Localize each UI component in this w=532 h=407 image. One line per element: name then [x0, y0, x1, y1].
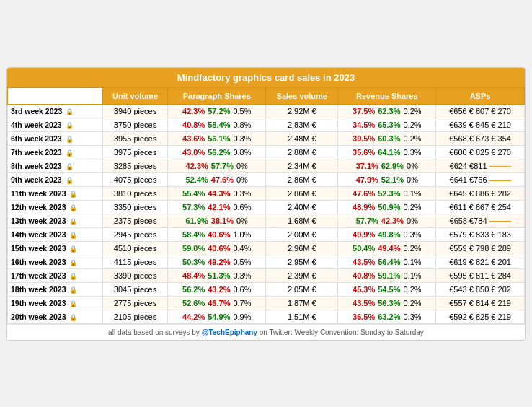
week-cell: 15th week 2023 🔒 — [8, 241, 103, 255]
sales-volume-cell: 2.96M € — [266, 241, 338, 255]
revenue-shares-cell: 57.7%42.3%0% — [338, 214, 436, 227]
sales-volume-cell: 1.68M € — [266, 214, 338, 227]
table-row: 15th week 2023 🔒4510 pieces59.0%40.6%0.4… — [8, 241, 525, 255]
unit-volume-cell: 4115 pieces — [102, 255, 168, 268]
col-header-sales: Sales volume — [266, 87, 338, 104]
revenue-shares-cell: 49.9%49.8%0.3% — [338, 227, 436, 241]
para-shares-cell: 56.2%43.2%0.6% — [168, 282, 266, 296]
asps-cell: €641 €766 — [436, 172, 525, 186]
revenue-shares-cell: 37.5%62.3%0.2% — [338, 104, 436, 118]
week-cell: 4th week 2023 🔒 — [8, 118, 103, 131]
unit-volume-cell: 3810 pieces — [102, 186, 168, 200]
unit-volume-cell: 3285 pieces — [102, 159, 168, 172]
para-shares-cell: 57.3%42.1%0.6% — [168, 200, 266, 214]
week-cell: 13th week 2023 🔒 — [8, 214, 103, 227]
unit-volume-cell: 3350 pieces — [102, 200, 168, 214]
footer: all data based on surveys by @TechEpipha… — [7, 324, 525, 340]
sales-volume-cell: 2.40M € — [266, 200, 338, 214]
asps-cell: €645 € 886 € 282 — [436, 186, 525, 200]
sales-volume-cell: 2.00M € — [266, 227, 338, 241]
unit-volume-cell: 4075 pieces — [102, 172, 168, 186]
header-row: Unit volume Paragraph Shares Sales volum… — [8, 87, 525, 104]
week-cell: 9th week 2023 🔒 — [8, 172, 103, 186]
asps-cell: €639 € 845 € 210 — [436, 118, 525, 131]
para-shares-cell: 42.3%57.7%0% — [168, 159, 266, 172]
revenue-shares-cell: 39.5%60.3%0.2% — [338, 131, 436, 145]
revenue-shares-cell: 43.5%56.3%0.2% — [338, 296, 436, 310]
revenue-shares-cell: 36.5%63.2%0.3% — [338, 310, 436, 323]
revenue-shares-cell: 40.8%59.1%0.1% — [338, 268, 436, 282]
asps-cell: €559 € 798 € 289 — [436, 241, 525, 255]
table-row: 9th week 2023 🔒4075 pieces52.4%47.6%0%2.… — [8, 172, 525, 186]
revenue-shares-cell: 34.5%65.3%0.2% — [338, 118, 436, 131]
table-row: 6th week 2023 🔒3955 pieces43.6%56.1%0.3%… — [8, 131, 525, 145]
para-shares-cell: 61.9%38.1%0% — [168, 214, 266, 227]
para-shares-cell: 40.8%58.4%0.8% — [168, 118, 266, 131]
asps-cell: €658 €784 — [436, 214, 525, 227]
sales-volume-cell: 2.88M € — [266, 145, 338, 159]
revenue-shares-cell: 43.5%56.4%0.1% — [338, 255, 436, 268]
sales-volume-cell: 2.83M € — [266, 118, 338, 131]
table-row: 12th week 2023 🔒3350 pieces57.3%42.1%0.6… — [8, 200, 525, 214]
asps-cell: €600 € 825 € 270 — [436, 145, 525, 159]
week-cell: 11th week 2023 🔒 — [8, 186, 103, 200]
asps-cell: €656 € 807 € 270 — [436, 104, 525, 118]
para-shares-cell: 58.4%40.6%1.0% — [168, 227, 266, 241]
week-cell: 19th week 2023 🔒 — [8, 296, 103, 310]
week-cell: 3rd week 2023 🔒 — [8, 104, 103, 118]
unit-volume-cell: 3390 pieces — [102, 268, 168, 282]
asps-cell: €568 € 673 € 354 — [436, 131, 525, 145]
table-row: 4th week 2023 🔒3750 pieces40.8%58.4%0.8%… — [8, 118, 525, 131]
asps-cell: €595 € 811 € 284 — [436, 268, 525, 282]
para-shares-cell: 55.4%44.3%0.3% — [168, 186, 266, 200]
para-shares-cell: 48.4%51.3%0.3% — [168, 268, 266, 282]
table-row: 7th week 2023 🔒3975 pieces43.0%56.2%0.8%… — [8, 145, 525, 159]
revenue-shares-cell: 37.1%62.9%0% — [338, 159, 436, 172]
table-row: 17th week 2023 🔒3390 pieces48.4%51.3%0.3… — [8, 268, 525, 282]
unit-volume-cell: 3045 pieces — [102, 282, 168, 296]
sales-volume-cell: 2.86M € — [266, 186, 338, 200]
unit-volume-cell: 2105 pieces — [102, 310, 168, 323]
week-cell: 12th week 2023 🔒 — [8, 200, 103, 214]
para-shares-cell: 44.2%54.9%0.9% — [168, 310, 266, 323]
table-row: 18th week 2023 🔒3045 pieces56.2%43.2%0.6… — [8, 282, 525, 296]
sales-volume-cell: 1.87M € — [266, 296, 338, 310]
sales-volume-cell: 2.48M € — [266, 131, 338, 145]
sales-volume-cell: 2.86M € — [266, 172, 338, 186]
unit-volume-cell: 3955 pieces — [102, 131, 168, 145]
para-shares-cell: 43.6%56.1%0.3% — [168, 131, 266, 145]
table-row: 8th week 2023 🔒3285 pieces42.3%57.7%0%2.… — [8, 159, 525, 172]
table-row: 16th week 2023 🔒4115 pieces50.3%49.2%0.5… — [8, 255, 525, 268]
table-row: 11th week 2023 🔒3810 pieces55.4%44.3%0.3… — [8, 186, 525, 200]
week-cell: 14th week 2023 🔒 — [8, 227, 103, 241]
unit-volume-cell: 3750 pieces — [102, 118, 168, 131]
table-row: 3rd week 2023 🔒3940 pieces42.3%57.2%0.5%… — [8, 104, 525, 118]
unit-volume-cell: 2375 pieces — [102, 214, 168, 227]
para-shares-cell: 59.0%40.6%0.4% — [168, 241, 266, 255]
week-cell: 6th week 2023 🔒 — [8, 131, 103, 145]
unit-volume-cell: 2945 pieces — [102, 227, 168, 241]
sales-volume-cell: 1.51M € — [266, 310, 338, 323]
asps-cell: €543 € 850 € 202 — [436, 282, 525, 296]
week-cell: 7th week 2023 🔒 — [8, 145, 103, 159]
revenue-shares-cell: 47.6%52.3%0.1% — [338, 186, 436, 200]
week-cell: 20th week 2023 🔒 — [8, 310, 103, 323]
main-container: Mindfactory graphics card sales in 2023 … — [6, 67, 526, 341]
unit-volume-cell: 4510 pieces — [102, 241, 168, 255]
para-shares-cell: 43.0%56.2%0.8% — [168, 145, 266, 159]
asps-cell: €592 € 825 € 219 — [436, 310, 525, 323]
asps-cell: €619 € 821 € 201 — [436, 255, 525, 268]
para-shares-cell: 42.3%57.2%0.5% — [168, 104, 266, 118]
unit-volume-cell: 2775 pieces — [102, 296, 168, 310]
twitter-handle: @TechEpiphany — [202, 328, 257, 336]
table-row: 19th week 2023 🔒2775 pieces52.6%46.7%0.7… — [8, 296, 525, 310]
col-header-week — [8, 87, 103, 104]
table-row: 20th week 2023 🔒2105 pieces44.2%54.9%0.9… — [8, 310, 525, 323]
week-cell: 17th week 2023 🔒 — [8, 268, 103, 282]
col-header-revenue: Revenue Shares — [338, 87, 436, 104]
unit-volume-cell: 3975 pieces — [102, 145, 168, 159]
week-cell: 8th week 2023 🔒 — [8, 159, 103, 172]
sales-volume-cell: 2.92M € — [266, 104, 338, 118]
sales-volume-cell: 2.39M € — [266, 268, 338, 282]
asps-cell: €579 € 833 € 183 — [436, 227, 525, 241]
